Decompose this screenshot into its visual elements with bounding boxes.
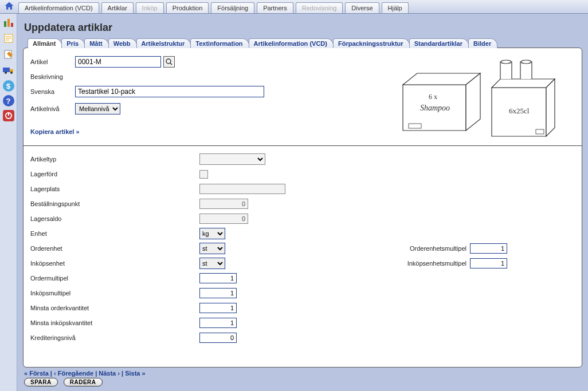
enhet-select[interactable]: kg (199, 228, 225, 239)
ordermultipel-input[interactable] (199, 273, 237, 283)
form-tab[interactable]: Allmänt (28, 38, 62, 48)
lagerford-label: Lagerförd (30, 171, 199, 177)
help-icon[interactable]: ? (3, 95, 14, 106)
menu-tab: Inköp (136, 2, 164, 13)
menu-tab[interactable]: Diverse (345, 2, 379, 13)
inkopsmultipel-input[interactable] (199, 288, 237, 298)
save-button[interactable]: SPARA (24, 378, 58, 386)
lagersaldo-label: Lagersaldo (30, 215, 199, 222)
search-icon (166, 58, 173, 65)
artikel-label: Artikel (30, 58, 75, 65)
bestallningspunkt-label: Beställningspunkt (30, 200, 199, 207)
delete-button[interactable]: RADERA (64, 378, 103, 386)
home-icon[interactable] (3, 1, 15, 12)
svg-rect-0 (4, 21, 6, 27)
lagerplats-label: Lagerplats (30, 185, 199, 192)
menu-tab[interactable]: Produktion (166, 2, 209, 13)
form-tab[interactable]: Bilder (468, 38, 497, 48)
beskrivning-label: Beskrivning (30, 73, 75, 80)
niva-label: Artikelnivå (30, 105, 75, 112)
kreditering-label: Krediteringsnivå (30, 334, 199, 341)
menu-tab[interactable]: Artiklar (101, 2, 134, 13)
menu-tab[interactable]: Artikelinformation (VCD) (18, 2, 99, 13)
form-tab[interactable]: Artikelinformation (VCD) (249, 38, 334, 48)
copy-article-link[interactable]: Kopiera artikel » (30, 128, 80, 135)
fields-scroll-area[interactable]: Artikeltyp Lagerförd Lagerplats Beställn… (23, 146, 582, 367)
mininkop-input[interactable] (199, 318, 237, 328)
product-illustration: 6 x Shampoo 6x25cl (391, 56, 575, 142)
orderenhet-label: Orderenhet (30, 245, 199, 252)
svg-rect-2 (11, 23, 13, 27)
svg-rect-5 (3, 68, 10, 72)
power-icon[interactable] (3, 110, 14, 121)
artikel-input[interactable] (75, 56, 161, 68)
left-icon-bar: $ ? (0, 14, 17, 391)
orderenhet-select[interactable]: st (199, 243, 225, 254)
nav-last[interactable]: Sista » (125, 370, 145, 377)
svg-point-7 (5, 72, 7, 74)
enhet-label: Enhet (30, 230, 199, 237)
form-tab[interactable]: Webb (108, 38, 137, 48)
form-tabs: AllmäntPrisMåttWebbArtikelstrukturTextin… (23, 38, 582, 48)
lagersaldo-input[interactable] (199, 214, 248, 224)
artikeltyp-select[interactable] (199, 153, 265, 165)
svg-text:6x25cl: 6x25cl (509, 106, 530, 115)
record-navigation: « Första | ‹ Föregående | Nästa › | Sist… (23, 368, 582, 388)
nav-first[interactable]: « Första (24, 370, 49, 377)
svenska-input[interactable] (75, 86, 264, 97)
lagerford-checkbox[interactable] (199, 170, 208, 179)
nav-next[interactable]: Nästa › (99, 370, 120, 377)
lagerplats-input[interactable] (199, 184, 285, 194)
niva-select[interactable]: Mellannivå (75, 103, 120, 114)
money-icon[interactable]: $ (3, 80, 14, 92)
minorder-input[interactable] (199, 303, 237, 313)
artikeltyp-label: Artikeltyp (30, 156, 199, 163)
menu-tab[interactable]: Partners (257, 2, 293, 13)
svg-point-16 (501, 60, 511, 64)
form-tab[interactable]: Mått (84, 38, 109, 48)
kreditering-input[interactable] (199, 333, 237, 343)
svg-point-11 (166, 59, 171, 64)
inkopsenhet-label: Inköpsenhet (30, 260, 199, 267)
inkopsenhetsmultipel-input[interactable] (470, 258, 507, 268)
form-panel: Artikel Beskrivning Svenska Artikelnivå … (23, 48, 582, 368)
page-title: Uppdatera artiklar (24, 22, 582, 34)
minorder-label: Minsta orderkvantitet (30, 305, 199, 311)
form-tab[interactable]: Standardartiklar (409, 38, 469, 48)
inkopsenhetsmultipel-label: Inköpsenhetsmultipel (407, 260, 467, 267)
orderenhetsmultipel-label: Orderenhetsmultipel (410, 245, 467, 252)
ordermultipel-label: Ordermultipel (30, 275, 199, 282)
svg-point-8 (10, 72, 13, 74)
menu-tab[interactable]: Hjälp (382, 2, 409, 13)
menu-tab[interactable]: Försäljning (211, 2, 254, 13)
svg-text:6 x: 6 x (429, 93, 437, 101)
note-icon[interactable] (2, 32, 15, 45)
svenska-label: Svenska (30, 88, 75, 95)
truck-icon[interactable] (2, 64, 15, 77)
svg-line-12 (170, 63, 172, 65)
edit-doc-icon[interactable] (2, 48, 15, 61)
chart-icon[interactable] (2, 16, 15, 29)
nav-prev[interactable]: ‹ Föregående (54, 370, 93, 377)
form-tab[interactable]: Pris (61, 38, 85, 48)
inkopsenhet-select[interactable]: st (199, 258, 225, 269)
form-tab[interactable]: Textinformation (190, 38, 249, 48)
mininkop-label: Minsta inköpskvantitet (30, 319, 199, 326)
bestallningspunkt-input[interactable] (199, 199, 248, 209)
orderenhetsmultipel-input[interactable] (470, 243, 507, 254)
svg-rect-1 (7, 19, 10, 27)
form-tab[interactable]: Artikelstruktur (136, 38, 191, 48)
menu-tab: Redovisning (296, 2, 343, 13)
form-tab[interactable]: Förpackningsstruktur (333, 38, 410, 48)
inkopsmultipel-label: Inköpsmultipel (30, 290, 199, 297)
top-menu-bar: Artikelinformation (VCD)ArtiklarInköpPro… (0, 0, 588, 14)
svg-text:Shampoo: Shampoo (420, 104, 450, 112)
search-button[interactable] (163, 56, 175, 68)
svg-point-17 (521, 60, 531, 64)
